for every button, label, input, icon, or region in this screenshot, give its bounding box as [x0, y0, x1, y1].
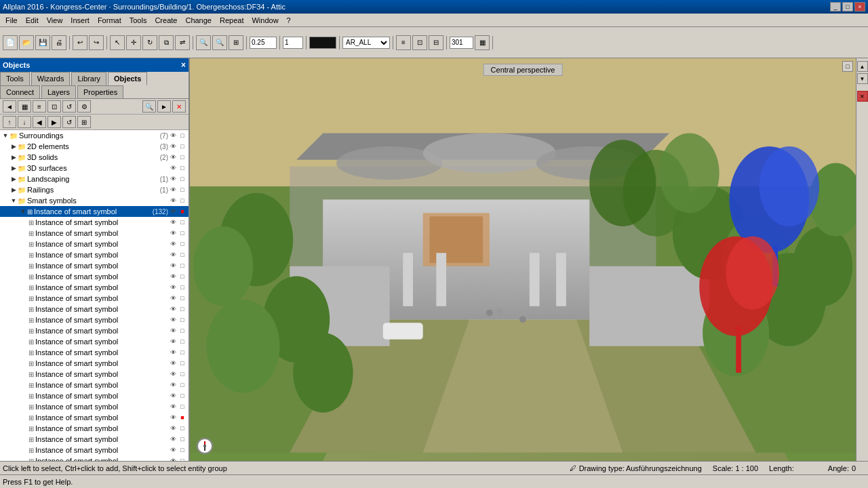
panel-btn-settings[interactable]: ⚙	[77, 100, 91, 113]
tree-item-instance-3[interactable]: ⊞Instance of smart symbol👁□	[0, 249, 189, 260]
tree-leaf-vis-1[interactable]: 👁	[168, 228, 178, 238]
tree-ss-lock[interactable]: □	[178, 196, 187, 205]
tree-leaf-vis-2[interactable]: 👁	[168, 239, 178, 249]
tree-leaf-lock-13[interactable]: □	[178, 359, 187, 368]
tree-leaf-lock-15[interactable]: □	[178, 380, 187, 390]
tree-leaf-vis-6[interactable]: 👁	[168, 283, 178, 292]
tree-item-instance-14[interactable]: ⊞Instance of smart symbol👁□	[0, 369, 189, 380]
panel-search-icon[interactable]: 🔍	[142, 100, 156, 113]
expand-2d[interactable]: ▶	[9, 143, 18, 150]
tree-item-surroundings[interactable]: ▼ 📁 Surroundings (7) 👁 □	[0, 130, 189, 141]
tree-inst-lock[interactable]: ■	[178, 207, 187, 216]
tree-item-landscaping[interactable]: ▶ 📁 Landscaping (1) 👁 □	[0, 174, 189, 184]
new-button[interactable]: 📄	[3, 35, 18, 50]
tree-leaf-lock-16[interactable]: □	[178, 391, 187, 401]
expand-3dsurfaces[interactable]: ▶	[9, 165, 18, 171]
tree-leaf-vis-15[interactable]: 👁	[168, 380, 178, 390]
expand-railings[interactable]: ▶	[9, 186, 18, 193]
tree-leaf-vis-19[interactable]: 👁	[168, 424, 178, 433]
layer-btn1[interactable]: ≡	[396, 35, 411, 50]
tree-leaf-vis-4[interactable]: 👁	[168, 261, 178, 270]
panel-btn-arrow[interactable]: ◄	[3, 100, 16, 113]
menu-edit[interactable]: Edit	[22, 15, 43, 26]
tree-land-vis[interactable]: 👁	[168, 174, 178, 184]
tree-leaf-lock-20[interactable]: □	[178, 434, 187, 444]
viewport[interactable]: Central perspective □	[190, 58, 856, 461]
tree-leaf-vis-20[interactable]: 👁	[168, 434, 178, 444]
tree-item-instance-20[interactable]: ⊞Instance of smart symbol👁□	[0, 434, 189, 445]
tab-properties[interactable]: Properties	[77, 85, 123, 98]
open-button[interactable]: 📂	[19, 35, 34, 50]
tree-item-instance-15[interactable]: ⊞Instance of smart symbol👁□	[0, 380, 189, 390]
tree-leaf-vis-16[interactable]: 👁	[168, 391, 178, 401]
tree-leaf-lock-22[interactable]: □	[178, 456, 187, 461]
tree-leaf-vis-0[interactable]: 👁	[168, 218, 178, 227]
tree-item-instance-16[interactable]: ⊞Instance of smart symbol👁□	[0, 390, 189, 401]
tree-leaf-lock-21[interactable]: □	[178, 445, 187, 455]
panel-btn-list[interactable]: ≡	[33, 100, 46, 113]
tree-item-instance-7[interactable]: ⊞Instance of smart symbol👁□	[0, 293, 189, 304]
tree-item-instance-0[interactable]: ⊞Instance of smart symbol👁□	[0, 217, 189, 228]
close-button[interactable]: ×	[854, 2, 865, 12]
select-button[interactable]: ↖	[110, 35, 125, 50]
menu-insert[interactable]: Insert	[66, 15, 94, 26]
tree-leaf-vis-14[interactable]: 👁	[168, 369, 178, 379]
tree-item-instance-6[interactable]: ⊞Instance of smart symbol👁□	[0, 282, 189, 293]
tree-3dsf-lock[interactable]: □	[178, 163, 187, 173]
menu-help[interactable]: ?	[283, 15, 295, 26]
right-btn-1[interactable]: ▲	[857, 61, 868, 72]
tree-leaf-vis-13[interactable]: 👁	[168, 359, 178, 368]
num-ctrl[interactable]: ▦	[475, 35, 490, 50]
tree-2d-lock[interactable]: □	[178, 142, 187, 151]
tab-tools[interactable]: Tools	[0, 72, 30, 85]
tree-item-instance-4[interactable]: ⊞Instance of smart symbol👁□	[0, 260, 189, 271]
tree-leaf-lock-4[interactable]: □	[178, 261, 187, 270]
layer-select[interactable]: AR_ALL	[342, 37, 390, 49]
tree-item-instance-9[interactable]: ⊞Instance of smart symbol👁□	[0, 314, 189, 325]
panel-btn-right[interactable]: ►	[157, 100, 171, 113]
expand-smart-symbols[interactable]: ▼	[9, 197, 18, 204]
tree-leaf-lock-7[interactable]: □	[178, 293, 187, 303]
tree-ss-vis[interactable]: 👁	[168, 196, 178, 205]
undo-button[interactable]: ↩	[73, 35, 87, 50]
tree-leaf-vis-17[interactable]: 👁	[168, 402, 178, 411]
minimize-button[interactable]: _	[830, 2, 841, 12]
tree-item-instance-2[interactable]: ⊞Instance of smart symbol👁□	[0, 239, 189, 249]
menu-change[interactable]: Change	[181, 15, 216, 26]
tree-inst-vis[interactable]: 👁	[168, 207, 178, 216]
number-input[interactable]: 1	[283, 37, 303, 49]
zoom-in-button[interactable]: 🔍	[196, 35, 211, 50]
tree-item-3dsolids[interactable]: ▶ 📁 3D solids (2) 👁 □	[0, 152, 189, 163]
tree-leaf-lock-8[interactable]: □	[178, 304, 187, 314]
tree-leaf-vis-8[interactable]: 👁	[168, 304, 178, 314]
menu-view[interactable]: View	[43, 15, 67, 26]
panel-close-button[interactable]: ×	[181, 60, 186, 70]
tab-wizards[interactable]: Wizards	[31, 72, 71, 85]
tree-leaf-lock-10[interactable]: □	[178, 326, 187, 336]
viewport-max-btn[interactable]: □	[842, 61, 853, 72]
tab-connect[interactable]: Connect	[0, 85, 40, 98]
expand-surroundings[interactable]: ▼	[1, 132, 9, 139]
menu-file[interactable]: File	[1, 15, 22, 26]
tree-2d-vis[interactable]: 👁	[168, 142, 178, 151]
color-input[interactable]	[309, 37, 336, 49]
panel-btn-grid[interactable]: ▦	[18, 100, 31, 113]
tree-leaf-vis-9[interactable]: 👁	[168, 315, 178, 325]
tree-leaf-lock-17[interactable]: □	[178, 402, 187, 411]
panel-btn-b3[interactable]: ◀	[33, 116, 46, 128]
tree-leaf-lock-3[interactable]: □	[178, 250, 187, 260]
tree-leaf-lock-2[interactable]: □	[178, 239, 187, 249]
menu-window[interactable]: Window	[248, 15, 282, 26]
tree-vis-btn[interactable]: 👁	[168, 131, 178, 140]
tree-item-smart-symbols[interactable]: ▼ 📁 Smart symbols 👁 □	[0, 195, 189, 206]
tree-leaf-vis-10[interactable]: 👁	[168, 326, 178, 336]
panel-btn-b1[interactable]: ↑	[3, 116, 16, 128]
tree-item-instance-19[interactable]: ⊞Instance of smart symbol👁□	[0, 423, 189, 434]
menu-format[interactable]: Format	[94, 15, 125, 26]
tree-item-2d[interactable]: ▶ 📁 2D elements (3) 👁 □	[0, 141, 189, 152]
number-field[interactable]	[450, 37, 473, 49]
tree-leaf-vis-18[interactable]: 👁	[168, 413, 178, 422]
panel-btn-x[interactable]: ✕	[172, 100, 186, 113]
tree-leaf-vis-11[interactable]: 👁	[168, 337, 178, 346]
tree-leaf-lock-11[interactable]: □	[178, 337, 187, 346]
